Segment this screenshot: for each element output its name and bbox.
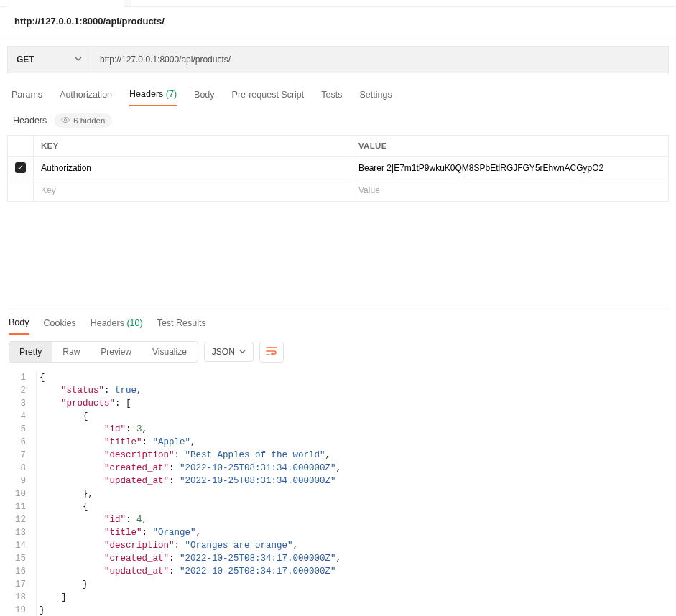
wrap-lines-button[interactable] [259, 342, 284, 363]
tab-headers-label: Headers [129, 89, 163, 99]
view-pretty[interactable]: Pretty [9, 342, 52, 362]
format-select[interactable]: JSON [204, 342, 254, 362]
view-mode-group: Pretty Raw Preview Visualize [9, 341, 198, 363]
header-value-input-empty[interactable] [358, 185, 661, 195]
eye-icon [61, 116, 70, 126]
header-value-input[interactable] [358, 163, 661, 173]
table-row-empty [8, 179, 669, 202]
hidden-headers-pill[interactable]: 6 hidden [54, 113, 112, 128]
header-key-input[interactable] [41, 163, 343, 173]
chevron-down-icon [75, 55, 82, 65]
url-input[interactable] [91, 46, 669, 73]
response-tabs: Body Cookies Headers (10) Test Results [0, 309, 676, 337]
request-bar: GET [7, 46, 669, 73]
format-value: JSON [212, 347, 235, 357]
method-select[interactable]: GET [7, 46, 91, 73]
headers-table: KEY VALUE ✓ [7, 135, 669, 202]
header-key-input-empty[interactable] [41, 185, 343, 195]
view-raw[interactable]: Raw [52, 342, 91, 362]
request-tabs: Params Authorization Headers (7) Body Pr… [0, 82, 676, 108]
tab-authorization[interactable]: Authorization [60, 84, 112, 106]
resp-tab-headers[interactable]: Headers (10) [91, 312, 143, 334]
tab-settings[interactable]: Settings [359, 84, 392, 106]
tab-body[interactable]: Body [194, 84, 215, 106]
tab-prerequest[interactable]: Pre-request Script [232, 84, 305, 106]
svg-point-0 [65, 119, 67, 121]
resp-tab-headers-count: (10) [126, 318, 142, 328]
wrap-icon [266, 346, 277, 358]
tab-headers-count: (7) [166, 89, 177, 99]
headers-subhead: Headers 6 hidden [0, 108, 676, 135]
tab-new[interactable] [124, 0, 131, 6]
request-title: http://127.0.0.1:8000/api/products/ [0, 7, 676, 37]
chevron-down-icon [239, 347, 246, 357]
hidden-headers-text: 6 hidden [73, 116, 105, 125]
spacer [7, 202, 669, 309]
tab-params[interactable]: Params [11, 84, 42, 106]
checkbox-checked[interactable]: ✓ [15, 162, 26, 173]
view-preview[interactable]: Preview [91, 342, 142, 362]
header-col-check [8, 136, 34, 157]
method-value: GET [17, 55, 34, 65]
response-body[interactable]: 1{ 2 "status": true, 3 "products": [ 4 {… [0, 368, 676, 616]
header-col-key: KEY [34, 136, 351, 157]
tab-headers[interactable]: Headers (7) [129, 83, 177, 106]
view-visualize[interactable]: Visualize [142, 342, 198, 362]
header-col-value: VALUE [351, 136, 669, 157]
tab-strip [0, 0, 676, 7]
table-row: ✓ [8, 157, 669, 179]
view-row: Pretty Raw Preview Visualize JSON [0, 337, 676, 368]
resp-tab-body[interactable]: Body [9, 312, 29, 335]
headers-subhead-label: Headers [13, 116, 47, 126]
resp-tab-testresults[interactable]: Test Results [157, 312, 206, 334]
tab-tests[interactable]: Tests [321, 84, 342, 106]
resp-tab-headers-label: Headers [91, 318, 124, 328]
resp-tab-cookies[interactable]: Cookies [44, 312, 76, 334]
tab-active-request[interactable] [6, 0, 124, 7]
